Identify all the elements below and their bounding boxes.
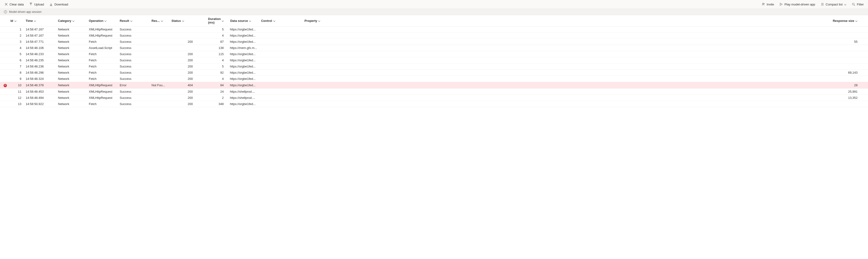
table-row[interactable]: 914:58:48.324NetworkFetchSuccess2004http… [0,76,868,82]
cell-id: 10 [10,83,26,87]
list-icon [820,2,824,6]
col-header-response-size[interactable]: Response size [833,19,868,23]
cell-id: 9 [10,77,26,81]
cell-status: 200 [170,40,199,44]
cell-status: 200 [170,65,199,68]
cell-data-source: https://mem.gfx.m... [230,46,261,50]
cell-data-source: https://orgbe1fed... [230,77,261,81]
cell-result: Success [120,90,152,93]
col-header-property[interactable]: Property [305,19,323,23]
col-header-data-source[interactable]: Data source [230,19,251,23]
table-row[interactable]: 314:58:47.771NetworkFetchSuccess20087htt… [0,39,868,45]
cell-duration: 84 [199,83,230,87]
clear-data-button[interactable]: Clear data [4,1,24,7]
upload-icon [29,2,33,6]
col-header-id[interactable]: Id [10,19,17,23]
filter-button[interactable]: Filter [851,1,864,7]
table-row[interactable]: ✕1014:58:48.378NetworkXMLHttpRequestErro… [0,82,868,89]
cell-response-size: 69,143 [322,71,868,75]
error-icon: ✕ [4,84,7,87]
table-row[interactable]: 814:58:48.296NetworkFetchSuccess20092htt… [0,69,868,76]
cell-duration: 138 [199,46,230,50]
chevron-down-icon [318,20,320,22]
chevron-down-icon [14,20,17,22]
cell-category: Network [58,52,89,56]
close-icon [4,2,8,6]
cell-response-size: 28 [322,83,868,87]
invite-label: Invite [767,3,774,6]
cell-data-source: https://orgbe1fed... [230,58,261,62]
cell-time: 14:58:47.771 [26,40,58,44]
grid-body: 114:58:47.167NetworkXMLHttpRequestSucces… [0,26,868,107]
invite-button[interactable]: Invite [761,1,774,7]
cell-status: 200 [170,77,199,81]
cell-category: Network [58,40,89,44]
table-row[interactable]: 1214:58:48.494NetworkXMLHttpRequestSucce… [0,95,868,101]
table-row[interactable]: 414:58:48.106NetworkAssetLoad.ScriptSucc… [0,45,868,51]
svg-point-17 [5,11,6,11]
cell-data-source: https://orgbe1fed... [230,28,261,31]
col-header-response[interactable]: Res... [152,19,163,23]
col-header-time[interactable]: Time [26,19,36,23]
table-row[interactable]: 714:58:48.236NetworkFetchSuccess2005http… [0,63,868,69]
cell-id: 11 [10,90,26,93]
cell-result: Success [120,65,152,68]
play-button[interactable]: Play model-driven app [779,1,815,7]
col-header-operation[interactable]: Operation [89,19,106,23]
table-row[interactable]: 114:58:47.167NetworkXMLHttpRequestSucces… [0,26,868,33]
col-header-result[interactable]: Result [120,19,132,23]
svg-line-14 [854,5,855,6]
compact-list-button[interactable]: Compact list [820,1,847,7]
cell-category: Network [58,83,89,87]
chevron-down-icon [844,3,846,5]
cell-id: 2 [10,34,26,37]
cell-operation: XMLHttpRequest [89,83,120,87]
cell-status: 200 [170,71,199,75]
download-label: Download [54,3,68,6]
table-row[interactable]: 1114:58:48.453NetworkXMLHttpRequestSucce… [0,89,868,95]
table-row[interactable]: 1314:58:50.922NetworkFetchSuccess200348h… [0,101,868,107]
col-header-duration[interactable]: Duration (ms) [199,17,224,24]
table-row[interactable]: 514:58:48.233NetworkFetchSuccess200115ht… [0,51,868,57]
col-header-category[interactable]: Category [58,19,74,23]
chevron-down-icon [130,20,132,22]
cell-result: Success [120,58,152,62]
cell-result: Error [120,83,152,87]
toolbar-right: Invite Play model-driven app Compact lis… [761,1,864,7]
cell-time: 14:58:48.324 [26,77,58,81]
cell-operation: Fetch [89,77,120,81]
cell-response: Not Fou... [152,83,170,87]
cell-category: Network [58,28,89,31]
cell-id: 12 [10,96,26,99]
svg-point-13 [852,3,854,5]
cell-time: 14:58:48.494 [26,96,58,99]
cell-status: 404 [170,83,199,87]
chevron-down-icon [182,20,184,22]
cell-category: Network [58,58,89,62]
cell-result: Success [120,40,152,44]
upload-button[interactable]: Upload [29,1,44,7]
toolbar: Clear data Upload Download Invite Play m… [0,0,868,9]
toolbar-left: Clear data Upload Download [4,1,69,7]
info-icon [4,10,7,13]
cell-duration: 4 [199,77,230,81]
table-row[interactable]: 214:58:47.167NetworkXMLHttpRequestSucces… [0,33,868,39]
cell-data-source: https://orgbe1fed... [230,65,261,68]
col-header-control[interactable]: Control [261,19,275,23]
cell-operation: XMLHttpRequest [89,34,120,37]
cell-data-source: https://orgbe1fed... [230,71,261,75]
col-header-status[interactable]: Status [170,19,184,23]
cell-data-source: https://orgbe1fed... [230,34,261,37]
cell-time: 14:58:48.296 [26,71,58,75]
cell-time: 14:58:48.236 [26,65,58,68]
download-button[interactable]: Download [49,1,69,7]
download-icon [49,2,53,6]
table-row[interactable]: 614:58:48.235NetworkFetchSuccess2004http… [0,57,868,63]
chevron-down-icon [104,20,106,22]
cell-operation: Fetch [89,40,120,44]
cell-category: Network [58,77,89,81]
cell-status: 200 [170,52,199,56]
cell-id: 6 [10,58,26,62]
cell-response-size: 55 [322,40,868,44]
cell-data-source: https://shellprod.... [230,96,261,99]
